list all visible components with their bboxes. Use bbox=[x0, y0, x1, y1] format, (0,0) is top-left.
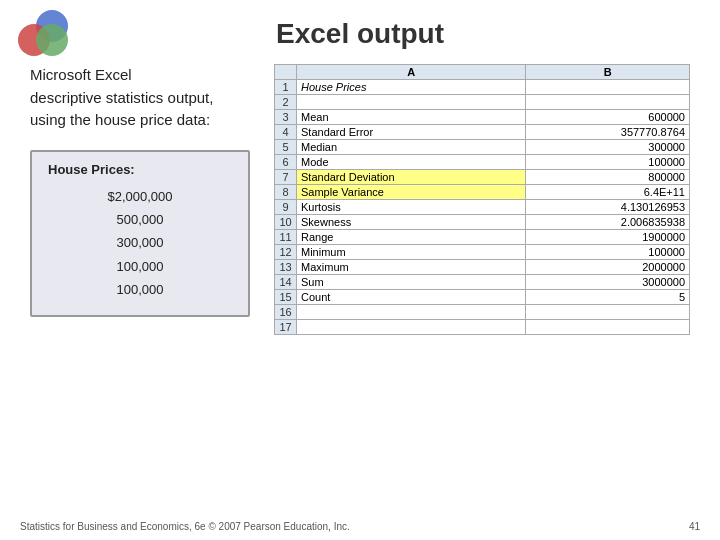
row-number: 12 bbox=[275, 245, 297, 260]
label-cell: Sum bbox=[297, 275, 526, 290]
value-cell bbox=[526, 305, 690, 320]
table-row: 14Sum3000000 bbox=[275, 275, 690, 290]
logo-circle-green bbox=[36, 24, 68, 56]
list-item: 100,000 bbox=[48, 255, 232, 278]
label-cell: Mean bbox=[297, 110, 526, 125]
value-cell: 1900000 bbox=[526, 230, 690, 245]
label-cell: Count bbox=[297, 290, 526, 305]
row-number: 1 bbox=[275, 80, 297, 95]
row-number: 13 bbox=[275, 260, 297, 275]
row-number: 11 bbox=[275, 230, 297, 245]
row-number: 15 bbox=[275, 290, 297, 305]
row-number: 10 bbox=[275, 215, 297, 230]
desc-line-2: descriptive statistics output, bbox=[30, 89, 213, 106]
corner-cell bbox=[275, 65, 297, 80]
value-cell bbox=[526, 320, 690, 335]
label-cell bbox=[297, 320, 526, 335]
value-cell: 600000 bbox=[526, 110, 690, 125]
row-number: 9 bbox=[275, 200, 297, 215]
row-number: 2 bbox=[275, 95, 297, 110]
table-row: 8Sample Variance6.4E+11 bbox=[275, 185, 690, 200]
value-cell: 4.130126953 bbox=[526, 200, 690, 215]
excel-table: A B 1House Prices23Mean6000004Standard E… bbox=[274, 64, 690, 335]
value-cell: 100000 bbox=[526, 155, 690, 170]
value-cell: 800000 bbox=[526, 170, 690, 185]
label-cell: Skewness bbox=[297, 215, 526, 230]
value-cell: 2000000 bbox=[526, 260, 690, 275]
table-row: 11Range1900000 bbox=[275, 230, 690, 245]
value-cell bbox=[526, 80, 690, 95]
value-cell bbox=[526, 95, 690, 110]
row-number: 16 bbox=[275, 305, 297, 320]
table-row: 7Standard Deviation800000 bbox=[275, 170, 690, 185]
label-cell: Kurtosis bbox=[297, 200, 526, 215]
label-cell: Minimum bbox=[297, 245, 526, 260]
list-item: 100,000 bbox=[48, 278, 232, 301]
value-cell: 6.4E+11 bbox=[526, 185, 690, 200]
label-cell bbox=[297, 305, 526, 320]
label-cell: Sample Variance bbox=[297, 185, 526, 200]
table-row: 2 bbox=[275, 95, 690, 110]
label-cell bbox=[297, 95, 526, 110]
footer: Statistics for Business and Economics, 6… bbox=[0, 521, 720, 532]
label-cell: Maximum bbox=[297, 260, 526, 275]
table-row: 6Mode100000 bbox=[275, 155, 690, 170]
label-cell: House Prices bbox=[297, 80, 526, 95]
table-row: 5Median300000 bbox=[275, 140, 690, 155]
excel-table-panel: A B 1House Prices23Mean6000004Standard E… bbox=[274, 64, 690, 335]
list-item: $2,000,000 bbox=[48, 185, 232, 208]
table-row: 17 bbox=[275, 320, 690, 335]
row-number: 8 bbox=[275, 185, 297, 200]
label-cell: Mode bbox=[297, 155, 526, 170]
row-number: 6 bbox=[275, 155, 297, 170]
list-item: 300,000 bbox=[48, 231, 232, 254]
label-cell: Standard Error bbox=[297, 125, 526, 140]
value-cell: 300000 bbox=[526, 140, 690, 155]
row-number: 7 bbox=[275, 170, 297, 185]
table-row: 3Mean600000 bbox=[275, 110, 690, 125]
page-title: Excel output bbox=[0, 0, 720, 60]
table-header-row: A B bbox=[275, 65, 690, 80]
value-cell: 2.006835938 bbox=[526, 215, 690, 230]
desc-line-3: using the house price data: bbox=[30, 111, 210, 128]
row-number: 17 bbox=[275, 320, 297, 335]
desc-line-1: Microsoft Excel bbox=[30, 66, 132, 83]
table-row: 15Count5 bbox=[275, 290, 690, 305]
house-box-title: House Prices: bbox=[48, 162, 232, 177]
house-prices-list: $2,000,000 500,000 300,000 100,000 100,0… bbox=[48, 185, 232, 302]
value-cell: 100000 bbox=[526, 245, 690, 260]
table-row: 12Minimum100000 bbox=[275, 245, 690, 260]
col-a-header: A bbox=[297, 65, 526, 80]
value-cell: 5 bbox=[526, 290, 690, 305]
table-row: 1House Prices bbox=[275, 80, 690, 95]
footer-left: Statistics for Business and Economics, 6… bbox=[20, 521, 350, 532]
footer-right: 41 bbox=[689, 521, 700, 532]
list-item: 500,000 bbox=[48, 208, 232, 231]
row-number: 4 bbox=[275, 125, 297, 140]
table-row: 13Maximum2000000 bbox=[275, 260, 690, 275]
row-number: 3 bbox=[275, 110, 297, 125]
table-row: 4Standard Error357770.8764 bbox=[275, 125, 690, 140]
col-b-header: B bbox=[526, 65, 690, 80]
table-row: 16 bbox=[275, 305, 690, 320]
description: Microsoft Excel descriptive statistics o… bbox=[30, 64, 250, 132]
value-cell: 357770.8764 bbox=[526, 125, 690, 140]
value-cell: 3000000 bbox=[526, 275, 690, 290]
label-cell: Range bbox=[297, 230, 526, 245]
house-prices-box: House Prices: $2,000,000 500,000 300,000… bbox=[30, 150, 250, 318]
row-number: 14 bbox=[275, 275, 297, 290]
label-cell: Median bbox=[297, 140, 526, 155]
main-content: Microsoft Excel descriptive statistics o… bbox=[0, 64, 720, 335]
label-cell: Standard Deviation bbox=[297, 170, 526, 185]
row-number: 5 bbox=[275, 140, 297, 155]
table-row: 9Kurtosis4.130126953 bbox=[275, 200, 690, 215]
logo bbox=[18, 10, 78, 65]
table-row: 10Skewness2.006835938 bbox=[275, 215, 690, 230]
left-panel: Microsoft Excel descriptive statistics o… bbox=[30, 64, 250, 335]
